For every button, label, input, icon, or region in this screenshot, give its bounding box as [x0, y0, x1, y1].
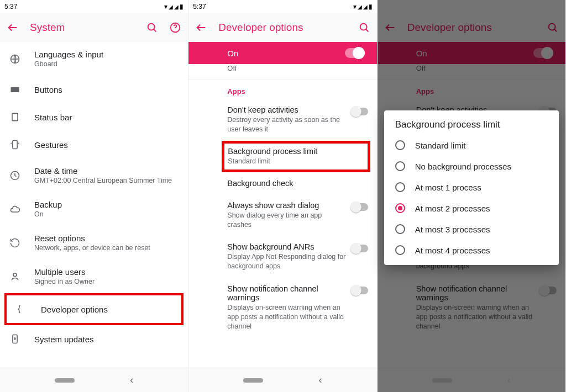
setting-don-t-keep-activities[interactable]: Don't keep activities Destroy every acti… [188, 99, 376, 141]
radio-icon[interactable] [395, 182, 405, 192]
highlight-developer-options: Developer options [4, 293, 184, 325]
battery-icon: ▮ [369, 3, 373, 10]
setting-sub: Displays on-screen warning when an app p… [227, 303, 347, 331]
item-sub: Gboard [34, 60, 179, 68]
radio-icon[interactable] [395, 224, 405, 234]
toggle-switch-icon[interactable] [345, 48, 364, 58]
item-text: Languages & input Gboard [34, 50, 179, 68]
setting-sub: Destroy every activity as soon as the us… [227, 115, 347, 134]
toggle-switch-icon[interactable] [352, 203, 368, 211]
globe-icon [9, 53, 21, 65]
wifi-icon: ▾ [164, 3, 167, 10]
radio-label: At most 3 processes [415, 225, 490, 234]
nav-bar: ‹ [188, 368, 376, 392]
radio-icon[interactable] [395, 203, 405, 213]
settings-item-date-time[interactable]: Date & time GMT+02:00 Central European S… [0, 158, 188, 192]
toggle-label: On [227, 49, 238, 58]
item-label: Date & time [34, 166, 179, 176]
settings-item-multiple-users[interactable]: Multiple users Signed in as Owner [0, 259, 188, 293]
setting-label: Show background ANRs [227, 242, 347, 251]
svg-point-7 [13, 273, 17, 276]
radio-label: At most 2 processes [415, 204, 490, 213]
back-icon[interactable] [195, 22, 207, 34]
item-sub: Signed in as Owner [34, 278, 179, 285]
toggle-switch-icon[interactable] [352, 108, 368, 115]
search-icon[interactable] [358, 22, 370, 34]
help-icon[interactable] [169, 22, 181, 34]
person-icon [9, 271, 21, 283]
setting-label: Show notification channel warnings [227, 284, 347, 302]
setting-label: Background check [227, 179, 368, 188]
item-label: Status bar [34, 113, 179, 122]
radio-icon[interactable] [395, 161, 405, 171]
item-sub: GMT+02:00 Central European Summer Time [34, 177, 179, 184]
item-label: Backup [34, 200, 179, 209]
phone-down-icon [9, 333, 21, 345]
radio-option-no-background-processes[interactable]: No background processes [384, 156, 559, 177]
setting-show-background-anrs[interactable]: Show background ANRs Display App Not Res… [188, 236, 376, 278]
svg-rect-4 [12, 113, 18, 120]
setting-label: Don't keep activities [227, 105, 347, 114]
pane-bg-process-limit-dialog: 5:38 ▾ ◢ ◢ ▮ Developer options On Off A [378, 0, 566, 392]
item-label: Reset options [34, 234, 179, 243]
section-header-apps: Apps [188, 79, 376, 99]
nav-bar: ‹ [0, 368, 188, 392]
setting-text: Show background ANRs Display App Not Res… [227, 242, 347, 271]
nav-pill[interactable] [55, 378, 75, 383]
settings-item-developer-options[interactable]: Developer options [7, 295, 181, 323]
setting-label[interactable]: Background process limit [228, 147, 364, 156]
app-bar: System [0, 13, 188, 42]
item-label: Gestures [34, 140, 179, 150]
setting-show-notification-channel-warnings[interactable]: Show notification channel warnings Displ… [188, 278, 376, 338]
app-bar: Developer options [188, 13, 376, 42]
settings-item-system-updates[interactable]: System updates [0, 325, 188, 353]
setting-sub: Off [188, 64, 376, 79]
radio-option-at-most-3-processes[interactable]: At most 3 processes [384, 219, 559, 240]
search-icon[interactable] [146, 22, 158, 34]
settings-item-buttons[interactable]: Buttons [0, 76, 188, 103]
item-sub: On [34, 210, 179, 218]
item-text: System updates [34, 335, 179, 344]
toggle-switch-icon[interactable] [352, 287, 368, 294]
radio-label: Standard limit [415, 141, 466, 150]
dev-options-master-toggle[interactable]: On [188, 42, 376, 64]
clock-time: 5:37 [4, 3, 17, 10]
back-icon[interactable] [7, 22, 19, 34]
item-text: Developer options [41, 305, 172, 314]
status-icons: ▾ ◢ ◢ ▮ [353, 3, 373, 10]
status-bar: 5:37 ▾ ◢ ◢ ▮ [0, 0, 188, 13]
radio-option-at-most-1-process[interactable]: At most 1 process [384, 177, 559, 198]
keyboard-icon [9, 83, 21, 96]
setting-always-show-crash-dialog[interactable]: Always show crash dialog Show dialog eve… [188, 194, 376, 236]
item-label: Languages & input [34, 50, 179, 59]
radio-option-at-most-2-processes[interactable]: At most 2 processes [384, 198, 559, 219]
radio-option-standard-limit[interactable]: Standard limit [384, 135, 559, 156]
settings-item-status-bar[interactable]: Status bar [0, 103, 188, 131]
radio-label: No background processes [415, 162, 511, 171]
cloud-icon [9, 203, 21, 215]
item-label: Buttons [34, 85, 179, 94]
settings-item-languages-input[interactable]: Languages & input Gboard [0, 42, 188, 76]
toggle-switch-icon[interactable] [352, 245, 368, 252]
setting-background-check[interactable]: Background check [188, 172, 376, 194]
clock-icon [9, 169, 21, 182]
item-label: System updates [34, 335, 179, 344]
pane-system: 5:37 ▾ ◢ ◢ ▮ System Languages & input Gb… [0, 0, 188, 392]
nav-back-icon[interactable]: ‹ [318, 374, 322, 386]
nav-pill[interactable] [243, 378, 263, 383]
radio-option-at-most-4-processes[interactable]: At most 4 processes [384, 240, 559, 261]
radio-icon[interactable] [395, 245, 405, 255]
settings-item-backup[interactable]: Backup On [0, 192, 188, 226]
bg-process-limit-dialog: Background process limit Standard limit … [384, 110, 559, 265]
settings-item-gestures[interactable]: Gestures [0, 131, 188, 158]
item-text: Status bar [34, 113, 179, 122]
nav-back-icon[interactable]: ‹ [130, 374, 133, 386]
setting-sub: Show dialog every time an app crashes [227, 211, 347, 230]
settings-item-reset-options[interactable]: Reset options Network, apps, or device c… [0, 226, 188, 259]
setting-text: Always show crash dialog Show dialog eve… [227, 201, 347, 230]
settings-list: On Off Apps Don't keep activities Destro… [188, 42, 376, 368]
item-text: Backup On [34, 200, 179, 218]
radio-label: At most 4 processes [415, 246, 490, 255]
radio-icon[interactable] [395, 140, 405, 150]
status-bar: 5:37 ▾ ◢ ◢ ▮ [188, 0, 376, 13]
